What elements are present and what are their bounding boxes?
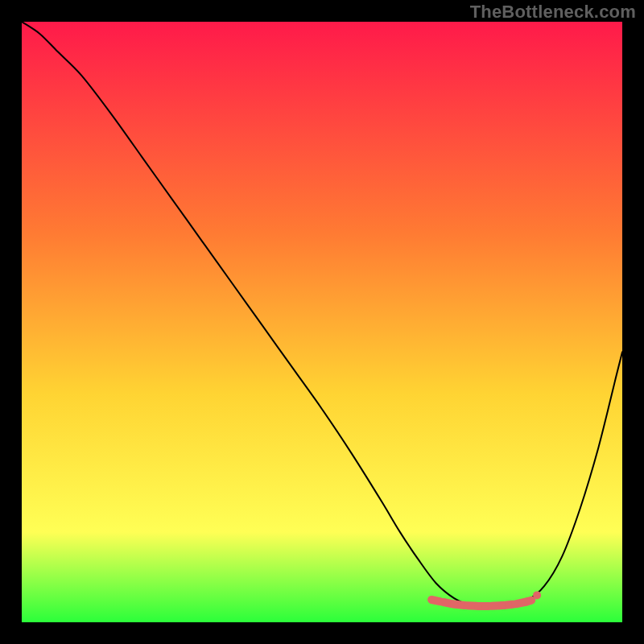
marker-dot [522,598,530,606]
marker-dot [498,601,506,609]
marker-dot [474,602,482,610]
marker-dash [431,600,440,601]
chart-container: TheBottleneck.com [0,0,644,644]
marker-dot [533,591,541,599]
chart-plot [22,22,622,622]
watermark-label: TheBottleneck.com [470,2,636,23]
marker-dot [450,601,458,609]
gradient-background [22,22,622,622]
